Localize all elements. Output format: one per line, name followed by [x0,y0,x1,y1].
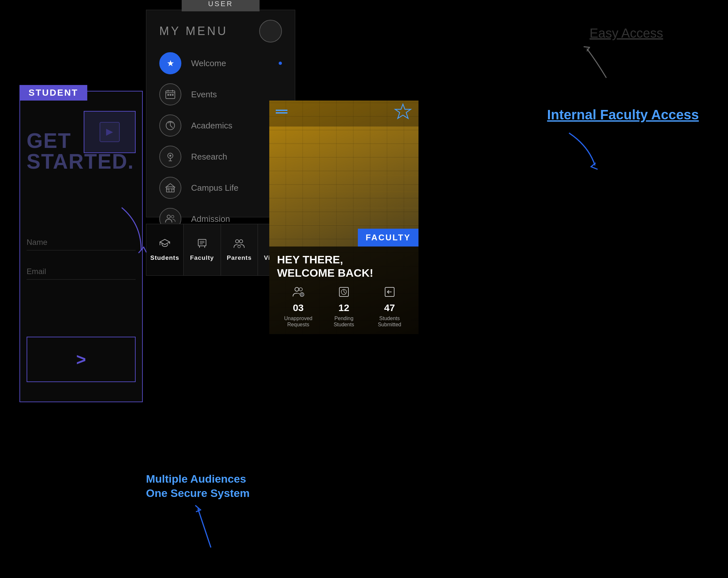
welcome-icon: ★ [159,52,181,74]
name-label: Name [27,238,47,247]
faculty-badge: FACULTY [358,229,418,246]
pending-number: 12 [338,302,349,313]
audiences-arrow [191,502,227,552]
internal-faculty-text: Internal Faculty Access [547,107,699,122]
svg-text:!: ! [302,293,303,296]
tab-faculty[interactable]: Faculty [184,224,221,275]
faculty-content: HEY THERE,WELCOME BACK! ! 03 UnapprovedR… [269,246,418,334]
multiple-audiences-text: Multiple AudiencesOne Secure System [146,473,250,499]
faculty-tab-label: Faculty [190,254,214,261]
academics-icon [159,114,181,136]
svg-line-47 [344,292,345,293]
user-tab: USER [182,0,260,11]
research-label: Research [191,152,227,162]
easy-access-annotation: Easy Access [590,26,663,41]
students-tab-label: Students [150,254,179,261]
svg-rect-17 [172,188,174,190]
unapproved-label: UnapprovedRequests [284,315,312,327]
student-badge: STUDENT [20,85,87,101]
welcome-text: HEY THERE,WELCOME BACK! [277,253,411,280]
star-icon [394,103,412,124]
internal-faculty-arrow [563,127,605,173]
research-icon [159,146,181,168]
menu-item-welcome[interactable]: ★ Welcome [146,48,295,79]
internal-faculty-annotation: Internal Faculty Access [547,107,699,123]
tab-parents[interactable]: Parents [221,224,258,275]
welcome-dot [279,62,282,65]
submit-icon: > [76,350,86,369]
student-down-arrow [115,204,154,258]
submitted-icon [383,286,396,300]
stat-pending: 12 PendingStudents [323,286,365,327]
faculty-tab-icon [196,238,208,252]
svg-rect-6 [167,94,169,96]
events-icon [159,83,181,105]
events-label: Events [191,89,217,100]
unapproved-icon: ! [292,286,305,300]
submitted-label: StudentsSubmitted [378,315,401,327]
faculty-header [269,101,418,127]
campus-life-icon [159,177,181,199]
svg-point-41 [299,288,302,291]
stat-unapproved: ! 03 UnapprovedRequests [277,286,319,327]
parents-tab-icon [233,238,245,252]
campus-life-label: Campus Life [191,183,238,193]
svg-rect-14 [166,187,174,192]
stat-submitted: 47 StudentsSubmitted [368,286,411,327]
svg-point-13 [170,155,171,157]
svg-point-24 [236,240,239,243]
pending-icon [337,286,350,300]
academics-label: Academics [191,121,232,131]
svg-rect-16 [167,188,169,190]
svg-point-19 [171,215,174,218]
easy-access-arrow [577,42,616,86]
hamburger-icon[interactable] [276,109,287,119]
faculty-card: FACULTY HEY THERE,WELCOME BACK! ! 03 Una… [269,101,418,334]
svg-point-18 [167,215,170,218]
multiple-audiences-annotation: Multiple AudiencesOne Secure System [146,472,250,500]
unapproved-number: 03 [293,302,304,313]
menu-title: MY MENU [159,24,228,38]
students-tab-icon [159,238,171,252]
admission-label: Admission [191,214,230,224]
submit-button[interactable]: > [27,337,136,382]
svg-rect-15 [169,189,172,192]
svg-rect-7 [170,94,171,96]
svg-point-26 [238,245,240,248]
menu-header: MY MENU [146,10,295,43]
submitted-number: 47 [384,302,395,313]
easy-access-text: Easy Access [590,26,663,40]
email-field[interactable]: Email [27,263,136,280]
pending-label: PendingStudents [334,315,354,327]
stats-row: ! 03 UnapprovedRequests 12 PendingStuden… [277,286,411,327]
email-label: Email [27,267,46,276]
svg-point-25 [239,240,243,243]
svg-marker-39 [395,104,411,119]
parents-tab-label: Parents [227,254,252,261]
welcome-label: Welcome [191,58,226,69]
get-started-text: GETSTARTED. [27,130,134,172]
svg-rect-8 [172,94,174,96]
svg-point-40 [295,287,299,291]
avatar[interactable] [259,20,282,43]
